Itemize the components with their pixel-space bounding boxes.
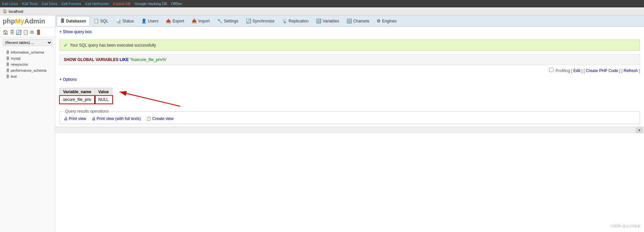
synchronize-tab-icon: 🔄 bbox=[246, 18, 251, 23]
create-php-link[interactable]: Create PHP Code bbox=[586, 68, 618, 73]
app-logo: phpMyAdmin bbox=[0, 15, 55, 27]
success-message-box: ✔ Your SQL query has been executed succe… bbox=[59, 40, 640, 51]
engines-tab-icon: ⚙ bbox=[377, 18, 381, 23]
create-view-link[interactable]: 📋 Create view bbox=[146, 116, 173, 121]
tab-charsets[interactable]: 🔡 Charsets bbox=[343, 16, 373, 26]
query-like-value: '%secure_file_priv%' bbox=[130, 57, 167, 62]
tab-export[interactable]: 📤 Export bbox=[162, 16, 188, 26]
tab-synchronize-label: Synchronize bbox=[253, 19, 275, 23]
address-text: localhost bbox=[9, 9, 23, 13]
sidebar-icon-row: 🏠 🗄 🔄 📋 ⚙ 🚪 bbox=[0, 27, 55, 37]
db-item-information-schema[interactable]: information_schema bbox=[0, 49, 55, 55]
logo-admin: Admin bbox=[24, 17, 45, 25]
tab-export-label: Export bbox=[172, 19, 184, 23]
tab-status-label: Status bbox=[122, 19, 134, 23]
recent-tables-select[interactable]: (Recent tables) ... bbox=[3, 39, 52, 46]
bookmark-kali-tools[interactable]: Kali Tools bbox=[22, 2, 38, 6]
tab-engines[interactable]: ⚙ Engines bbox=[373, 16, 400, 26]
svg-line-1 bbox=[120, 92, 180, 106]
query-action-bar: Profiling [ Edit ] [ Create PHP Code ] [… bbox=[59, 66, 640, 74]
db-item-performance-schema[interactable]: performance_schema bbox=[0, 67, 55, 73]
results-table: Variable_name Value secure_file_priv NUL… bbox=[59, 88, 112, 104]
bookmark-kali-forums[interactable]: Kali Forums bbox=[61, 2, 81, 6]
query-results-operations-fieldset: Query results operations 🖨 Print view 🖨 … bbox=[59, 109, 640, 124]
ops-links-container: 🖨 Print view 🖨 Print view (with full tex… bbox=[64, 116, 636, 121]
query-results-operations-legend: Query results operations bbox=[64, 109, 110, 114]
cell-value: NULL bbox=[95, 96, 112, 104]
cell-variable-name: secure_file_priv bbox=[60, 96, 95, 104]
options-link[interactable]: + Options bbox=[59, 77, 77, 82]
refresh-link[interactable]: Refresh bbox=[624, 68, 638, 73]
tab-replication[interactable]: 📡 Replication bbox=[278, 16, 312, 26]
show-query-box-link[interactable]: + Show query box bbox=[59, 30, 92, 34]
address-icon: 🏠 bbox=[3, 9, 7, 13]
address-bar: 🏠 localhost bbox=[0, 7, 644, 15]
query-show-keyword: SHOW bbox=[64, 57, 76, 62]
databases-tab-icon: 🗄 bbox=[60, 18, 65, 23]
create-view-icon: 📋 bbox=[146, 116, 151, 121]
profiling-label: Profiling bbox=[555, 68, 570, 73]
create-view-label: Create view bbox=[152, 116, 173, 121]
success-message-text: Your SQL query has been executed success… bbox=[70, 43, 156, 48]
db-item-test[interactable]: test bbox=[0, 73, 55, 79]
bookmark-kali-nethunter[interactable]: Kali NetHunter bbox=[85, 2, 109, 6]
main-content: 🗄 Databases 📋 SQL 📊 Status 👤 Users 📤 Exp… bbox=[55, 15, 644, 232]
tab-variables-label: Variables bbox=[323, 19, 339, 23]
bookmark-kali-linux[interactable]: Kali Linux bbox=[2, 2, 18, 6]
import-tab-icon: 📥 bbox=[192, 18, 197, 23]
nav-tabs: 🗄 Databases 📋 SQL 📊 Status 👤 Users 📤 Exp… bbox=[55, 15, 644, 27]
success-check-icon: ✔ bbox=[64, 43, 68, 48]
tab-databases-label: Databases bbox=[66, 19, 86, 23]
bookmark-google-hacking[interactable]: Google Hacking DB bbox=[135, 2, 167, 6]
refresh-sidebar-icon[interactable]: 🔄 bbox=[16, 30, 21, 35]
tab-status[interactable]: 📊 Status bbox=[112, 16, 138, 26]
bookmark-offsec[interactable]: OffSec bbox=[171, 2, 182, 6]
users-tab-icon: 👤 bbox=[141, 18, 147, 23]
table-row: secure_file_priv NULL bbox=[60, 96, 112, 104]
tab-replication-label: Replication bbox=[289, 19, 309, 23]
tab-settings[interactable]: 🔧 Settings bbox=[213, 16, 242, 26]
query-icon[interactable]: 📋 bbox=[23, 30, 29, 35]
tab-users[interactable]: 👤 Users bbox=[138, 16, 162, 26]
tab-settings-label: Settings bbox=[224, 19, 238, 23]
settings-tab-icon: 🔧 bbox=[217, 18, 222, 23]
export-tab-icon: 📤 bbox=[166, 18, 171, 23]
variables-tab-icon: 🔠 bbox=[316, 18, 321, 23]
tab-sql[interactable]: 📋 SQL bbox=[90, 16, 112, 26]
logout-icon[interactable]: 🚪 bbox=[36, 30, 41, 35]
tab-databases[interactable]: 🗄 Databases bbox=[57, 16, 90, 26]
tab-import[interactable]: 📥 Import bbox=[188, 16, 213, 26]
bookmarks-bar: Kali Linux Kali Tools Kali Docs Kali For… bbox=[0, 0, 644, 7]
logo-my: My bbox=[15, 17, 24, 25]
print-view-label: Print view bbox=[69, 116, 86, 121]
bookmark-kali-docs[interactable]: Kali Docs bbox=[42, 2, 57, 6]
database-icon[interactable]: 🗄 bbox=[10, 30, 14, 35]
query-global-keyword: GLOBAL bbox=[77, 57, 95, 62]
print-view-full-icon: 🖨 bbox=[92, 116, 96, 121]
home-icon[interactable]: 🏠 bbox=[3, 30, 8, 35]
content-area: + Show query box ✔ Your SQL query has be… bbox=[55, 27, 644, 127]
tab-variables[interactable]: 🔠 Variables bbox=[312, 16, 343, 26]
print-view-link[interactable]: 🖨 Print view bbox=[64, 116, 86, 121]
tab-synchronize[interactable]: 🔄 Synchronize bbox=[242, 16, 278, 26]
query-display: SHOW GLOBAL VARIABLES LIKE '%secure_file… bbox=[59, 54, 640, 65]
edit-link[interactable]: Edit bbox=[573, 68, 580, 73]
tab-engines-label: Engines bbox=[382, 19, 396, 23]
print-view-full-label: Print view (with full texts) bbox=[97, 116, 141, 121]
tab-charsets-label: Charsets bbox=[353, 19, 369, 23]
watermark: CSDN @山川绿水 bbox=[611, 224, 641, 229]
column-header-value: Value bbox=[95, 88, 112, 96]
tab-sql-label: SQL bbox=[100, 19, 108, 23]
profiling-checkbox[interactable] bbox=[549, 68, 553, 72]
print-view-icon: 🖨 bbox=[64, 116, 68, 121]
database-list: information_schema mysql newyxcms perfor… bbox=[0, 48, 55, 81]
query-variables-keyword: VARIABLES bbox=[96, 57, 118, 62]
settings-sidebar-icon[interactable]: ⚙ bbox=[30, 30, 34, 35]
collapse-button[interactable]: ▼ bbox=[636, 128, 643, 133]
charsets-tab-icon: 🔡 bbox=[346, 18, 352, 23]
db-item-newyxcms[interactable]: newyxcms bbox=[0, 61, 55, 67]
print-view-full-texts-link[interactable]: 🖨 Print view (with full texts) bbox=[92, 116, 141, 121]
bookmark-exploit-db[interactable]: Exploit-DB bbox=[113, 2, 130, 6]
results-annotation-container: Variable_name Value secure_file_priv NUL… bbox=[59, 88, 640, 104]
db-item-mysql[interactable]: mysql bbox=[0, 55, 55, 61]
